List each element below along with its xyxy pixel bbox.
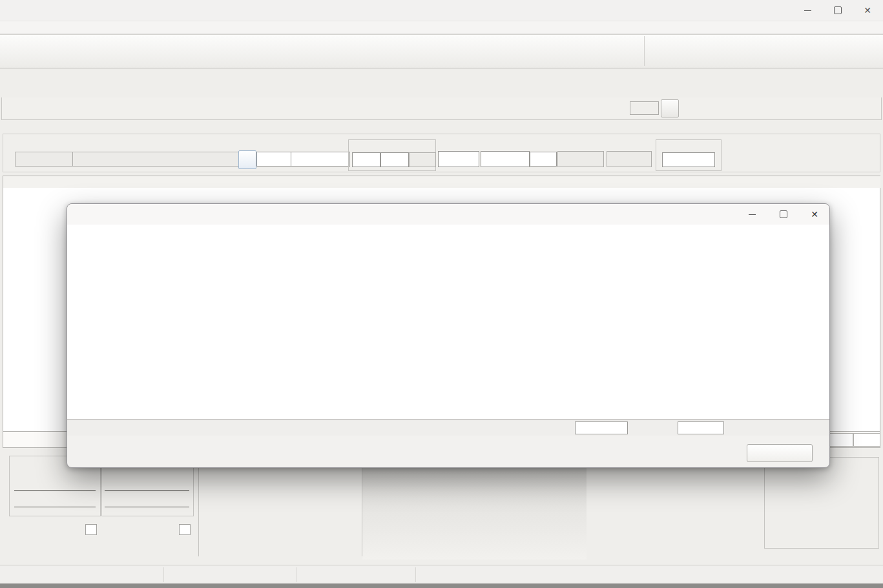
divider: [14, 507, 96, 507]
total-vr-venda: [575, 421, 628, 434]
dialog-titlebar: [67, 204, 829, 225]
window-edge: [0, 583, 883, 588]
total-vr-entregue: [678, 421, 724, 434]
valor-unitario-field: [557, 151, 604, 167]
quantidade-field[interactable]: [438, 151, 479, 167]
status-bar: [0, 565, 883, 584]
products-toolbar: [1, 97, 882, 120]
dialog-body: [67, 225, 829, 436]
dialog-footer: [67, 436, 829, 467]
desc-geral-item-field[interactable]: [530, 152, 557, 167]
entrega-futura-dialog: [67, 203, 830, 468]
seq-ped-cliente-field[interactable]: [662, 152, 715, 167]
desconto2-field[interactable]: [380, 152, 409, 167]
margem-individual-close-button[interactable]: [85, 524, 97, 535]
minimize-button[interactable]: [793, 0, 822, 21]
desc-geral-total-field: [630, 101, 659, 115]
qtd-emb-field[interactable]: [256, 152, 293, 167]
desconto3-field: [409, 152, 436, 167]
descricao-field[interactable]: [72, 152, 240, 167]
main-toolbar: [0, 34, 883, 68]
confirm-button[interactable]: [747, 444, 813, 462]
divider: [105, 490, 189, 491]
total-group: [101, 466, 194, 516]
margem-total-close-button[interactable]: [179, 524, 191, 535]
app-window: [0, 0, 883, 588]
menu-strip: [0, 21, 883, 34]
apply-discount-button[interactable]: [661, 99, 679, 117]
grid-footer-cell: [828, 433, 853, 447]
vr-tabela-field[interactable]: [291, 152, 350, 167]
search-product-button[interactable]: [238, 150, 256, 169]
toolbar-panel-edge: [644, 36, 645, 66]
divider: [105, 507, 189, 507]
valor-total-field: [607, 151, 652, 167]
maximize-button[interactable]: [823, 0, 853, 21]
dialog-close-button[interactable]: [800, 204, 829, 225]
difal-group: [764, 457, 879, 549]
page-tabs: [1, 83, 882, 98]
divider: [163, 567, 164, 582]
dialog-totals-bar: [67, 419, 829, 436]
vr-negociado-field[interactable]: [481, 151, 530, 167]
dialog-maximize-button[interactable]: [769, 204, 798, 225]
titlebar: [0, 0, 883, 21]
grid-footer-cell: [853, 433, 880, 447]
dialog-minimize-button[interactable]: [737, 204, 767, 225]
divider: [296, 567, 296, 582]
desconto1-field[interactable]: [352, 152, 380, 167]
close-button[interactable]: [853, 0, 882, 21]
divider: [14, 490, 96, 491]
products-grid-header: [3, 176, 880, 188]
item-entry-panel: [3, 134, 880, 172]
divider: [415, 567, 416, 582]
referencia-field[interactable]: [15, 152, 73, 167]
minus-chip-icon[interactable]: [480, 141, 488, 150]
